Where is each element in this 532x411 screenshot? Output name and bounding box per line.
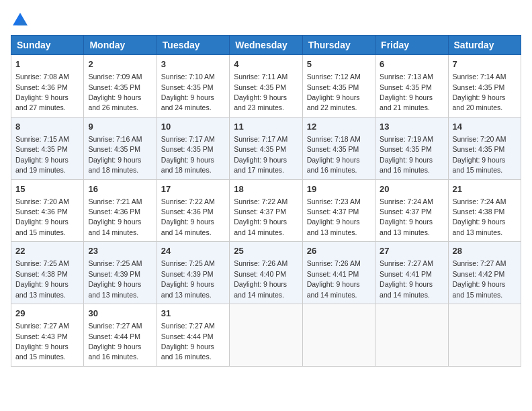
- day-number: 28: [453, 245, 517, 257]
- calendar-cell: 5 Sunrise: 7:12 AMSunset: 4:35 PMDayligh…: [302, 55, 375, 118]
- calendar-cell: [448, 304, 521, 367]
- day-info: Sunrise: 7:22 AMSunset: 4:36 PMDaylight:…: [161, 197, 215, 236]
- calendar-cell: 2 Sunrise: 7:09 AMSunset: 4:35 PMDayligh…: [84, 55, 157, 118]
- day-number: 30: [88, 308, 152, 320]
- day-header-saturday: Saturday: [448, 36, 521, 55]
- day-number: 31: [161, 308, 225, 320]
- day-info: Sunrise: 7:17 AMSunset: 4:35 PMDaylight:…: [234, 135, 287, 174]
- day-number: 18: [234, 183, 298, 195]
- day-info: Sunrise: 7:16 AMSunset: 4:35 PMDaylight:…: [88, 135, 142, 174]
- day-info: Sunrise: 7:24 AMSunset: 4:37 PMDaylight:…: [380, 197, 433, 236]
- day-info: Sunrise: 7:27 AMSunset: 4:42 PMDaylight:…: [453, 259, 506, 298]
- calendar-week-4: 22 Sunrise: 7:25 AMSunset: 4:38 PMDaylig…: [11, 242, 521, 304]
- day-info: Sunrise: 7:15 AMSunset: 4:35 PMDaylight:…: [15, 135, 69, 174]
- calendar-cell: 9 Sunrise: 7:16 AMSunset: 4:35 PMDayligh…: [84, 117, 157, 179]
- page-header: [11, 11, 521, 30]
- day-number: 15: [15, 183, 79, 195]
- logo: [11, 11, 32, 30]
- day-info: Sunrise: 7:20 AMSunset: 4:35 PMDaylight:…: [453, 135, 506, 174]
- day-header-friday: Friday: [375, 36, 448, 55]
- calendar-cell: 28 Sunrise: 7:27 AMSunset: 4:42 PMDaylig…: [448, 242, 521, 304]
- day-info: Sunrise: 7:25 AMSunset: 4:39 PMDaylight:…: [161, 259, 215, 298]
- day-number: 8: [15, 121, 79, 133]
- day-header-sunday: Sunday: [11, 36, 84, 55]
- day-number: 7: [453, 58, 517, 71]
- day-info: Sunrise: 7:24 AMSunset: 4:38 PMDaylight:…: [453, 197, 506, 236]
- calendar-cell: 20 Sunrise: 7:24 AMSunset: 4:37 PMDaylig…: [375, 179, 448, 242]
- calendar-cell: 15 Sunrise: 7:20 AMSunset: 4:36 PMDaylig…: [11, 179, 84, 242]
- day-number: 11: [234, 121, 298, 133]
- calendar-week-1: 1 Sunrise: 7:08 AMSunset: 4:36 PMDayligh…: [11, 55, 521, 118]
- calendar-cell: 27 Sunrise: 7:27 AMSunset: 4:41 PMDaylig…: [375, 242, 448, 304]
- day-info: Sunrise: 7:14 AMSunset: 4:35 PMDaylight:…: [453, 73, 506, 111]
- day-info: Sunrise: 7:18 AMSunset: 4:35 PMDaylight:…: [307, 135, 361, 174]
- calendar-week-5: 29 Sunrise: 7:27 AMSunset: 4:43 PMDaylig…: [11, 304, 521, 367]
- day-header-thursday: Thursday: [302, 36, 375, 55]
- day-number: 16: [88, 183, 152, 195]
- calendar-cell: 12 Sunrise: 7:18 AMSunset: 4:35 PMDaylig…: [302, 117, 375, 179]
- day-number: 19: [307, 183, 371, 195]
- day-number: 12: [307, 121, 371, 133]
- calendar-cell: 17 Sunrise: 7:22 AMSunset: 4:36 PMDaylig…: [157, 179, 229, 242]
- day-number: 27: [380, 245, 443, 257]
- day-info: Sunrise: 7:27 AMSunset: 4:44 PMDaylight:…: [88, 322, 142, 361]
- day-info: Sunrise: 7:27 AMSunset: 4:41 PMDaylight:…: [380, 259, 433, 298]
- calendar-week-2: 8 Sunrise: 7:15 AMSunset: 4:35 PMDayligh…: [11, 117, 521, 179]
- day-number: 26: [307, 245, 371, 257]
- day-info: Sunrise: 7:23 AMSunset: 4:37 PMDaylight:…: [307, 197, 361, 236]
- day-info: Sunrise: 7:27 AMSunset: 4:43 PMDaylight:…: [15, 322, 69, 361]
- calendar-cell: 22 Sunrise: 7:25 AMSunset: 4:38 PMDaylig…: [11, 242, 84, 304]
- day-info: Sunrise: 7:26 AMSunset: 4:41 PMDaylight:…: [307, 259, 361, 298]
- calendar-table: SundayMondayTuesdayWednesdayThursdayFrid…: [11, 35, 521, 367]
- day-header-wednesday: Wednesday: [230, 36, 302, 55]
- day-number: 25: [234, 245, 298, 257]
- calendar-cell: 18 Sunrise: 7:22 AMSunset: 4:37 PMDaylig…: [230, 179, 302, 242]
- day-info: Sunrise: 7:13 AMSunset: 4:35 PMDaylight:…: [380, 73, 433, 111]
- day-info: Sunrise: 7:27 AMSunset: 4:44 PMDaylight:…: [161, 322, 215, 361]
- calendar-cell: 16 Sunrise: 7:21 AMSunset: 4:36 PMDaylig…: [84, 179, 157, 242]
- day-number: 22: [15, 245, 79, 257]
- day-info: Sunrise: 7:10 AMSunset: 4:35 PMDaylight:…: [161, 73, 215, 111]
- day-number: 2: [88, 58, 152, 71]
- calendar-cell: 24 Sunrise: 7:25 AMSunset: 4:39 PMDaylig…: [157, 242, 229, 304]
- day-number: 3: [161, 58, 225, 71]
- calendar-cell: 11 Sunrise: 7:17 AMSunset: 4:35 PMDaylig…: [230, 117, 302, 179]
- day-header-tuesday: Tuesday: [157, 36, 229, 55]
- day-info: Sunrise: 7:17 AMSunset: 4:35 PMDaylight:…: [161, 135, 215, 174]
- day-info: Sunrise: 7:26 AMSunset: 4:40 PMDaylight:…: [234, 259, 287, 298]
- calendar-header-row: SundayMondayTuesdayWednesdayThursdayFrid…: [11, 36, 521, 55]
- calendar-cell: [302, 304, 375, 367]
- calendar-cell: 10 Sunrise: 7:17 AMSunset: 4:35 PMDaylig…: [157, 117, 229, 179]
- day-number: 20: [380, 183, 443, 195]
- calendar-cell: [375, 304, 448, 367]
- day-number: 29: [15, 308, 79, 320]
- calendar-cell: 29 Sunrise: 7:27 AMSunset: 4:43 PMDaylig…: [11, 304, 84, 367]
- day-number: 10: [161, 121, 225, 133]
- calendar-cell: 31 Sunrise: 7:27 AMSunset: 4:44 PMDaylig…: [157, 304, 229, 367]
- calendar-cell: 14 Sunrise: 7:20 AMSunset: 4:35 PMDaylig…: [448, 117, 521, 179]
- day-number: 24: [161, 245, 225, 257]
- calendar-cell: 6 Sunrise: 7:13 AMSunset: 4:35 PMDayligh…: [375, 55, 448, 118]
- calendar-cell: [230, 304, 302, 367]
- day-info: Sunrise: 7:09 AMSunset: 4:35 PMDaylight:…: [88, 73, 142, 111]
- calendar-cell: 4 Sunrise: 7:11 AMSunset: 4:35 PMDayligh…: [230, 55, 302, 118]
- calendar-cell: 25 Sunrise: 7:26 AMSunset: 4:40 PMDaylig…: [230, 242, 302, 304]
- calendar-week-3: 15 Sunrise: 7:20 AMSunset: 4:36 PMDaylig…: [11, 179, 521, 242]
- day-number: 4: [234, 58, 298, 71]
- calendar-cell: 7 Sunrise: 7:14 AMSunset: 4:35 PMDayligh…: [448, 55, 521, 118]
- logo-icon: [11, 11, 30, 30]
- day-number: 23: [88, 245, 152, 257]
- day-info: Sunrise: 7:25 AMSunset: 4:39 PMDaylight:…: [88, 259, 142, 298]
- calendar-cell: 8 Sunrise: 7:15 AMSunset: 4:35 PMDayligh…: [11, 117, 84, 179]
- calendar-cell: 30 Sunrise: 7:27 AMSunset: 4:44 PMDaylig…: [84, 304, 157, 367]
- day-info: Sunrise: 7:11 AMSunset: 4:35 PMDaylight:…: [234, 73, 287, 111]
- calendar-cell: 21 Sunrise: 7:24 AMSunset: 4:38 PMDaylig…: [448, 179, 521, 242]
- calendar-cell: 19 Sunrise: 7:23 AMSunset: 4:37 PMDaylig…: [302, 179, 375, 242]
- calendar-cell: 26 Sunrise: 7:26 AMSunset: 4:41 PMDaylig…: [302, 242, 375, 304]
- day-info: Sunrise: 7:22 AMSunset: 4:37 PMDaylight:…: [234, 197, 287, 236]
- day-info: Sunrise: 7:08 AMSunset: 4:36 PMDaylight:…: [15, 73, 69, 111]
- day-number: 17: [161, 183, 225, 195]
- day-number: 13: [380, 121, 443, 133]
- day-info: Sunrise: 7:25 AMSunset: 4:38 PMDaylight:…: [15, 259, 69, 298]
- calendar-cell: 13 Sunrise: 7:19 AMSunset: 4:35 PMDaylig…: [375, 117, 448, 179]
